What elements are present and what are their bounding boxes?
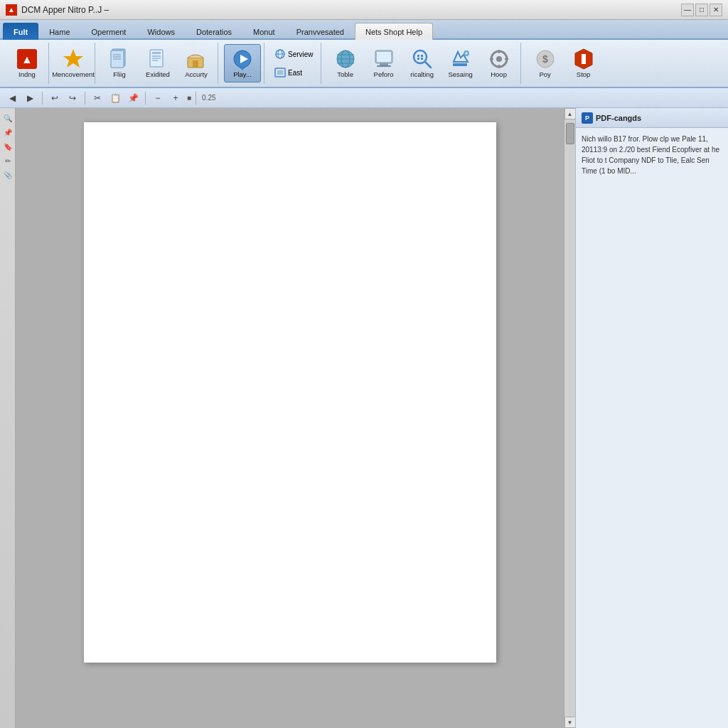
document-page	[84, 122, 496, 663]
tab-widows[interactable]: Widows	[136, 23, 186, 40]
copy-button[interactable]: 📋	[107, 90, 123, 106]
peforo-icon	[373, 48, 395, 70]
exidited-button[interactable]: Exidited	[139, 44, 176, 82]
fliig-label: Fliig	[113, 71, 125, 78]
sidebar-edit-icon[interactable]: ✏	[2, 155, 14, 166]
stop-icon	[572, 48, 595, 70]
svg-rect-35	[417, 55, 419, 57]
back-button[interactable]: ◀	[4, 90, 20, 106]
exidited-label: Exidited	[146, 71, 170, 78]
svg-rect-36	[421, 55, 423, 57]
divider-3	[145, 92, 146, 105]
right-panel: P PDF-cangds Nich willo B17 fror. Plow c…	[575, 108, 728, 728]
pdf-panel-icon: P	[582, 112, 593, 124]
group-mencovement: Mencovement	[52, 43, 95, 84]
group-serview: Serview East	[267, 43, 321, 84]
divider-4	[196, 92, 196, 105]
sidebar-attach-icon[interactable]: 📎	[2, 169, 14, 181]
sidebar-bookmark-icon[interactable]: 🔖	[2, 141, 14, 152]
divider-2	[85, 92, 85, 105]
window-title: DCM Apper Nitro P..J –	[21, 5, 109, 15]
play-icon	[231, 48, 254, 70]
fliig-button[interactable]: Fliig	[101, 44, 138, 82]
zoom-in-button[interactable]: +	[168, 90, 183, 106]
play-label: Play...	[233, 71, 252, 78]
ricalting-button[interactable]: ricalting	[404, 44, 441, 82]
sesaing-icon	[449, 48, 472, 70]
cut-button[interactable]: ✂	[90, 90, 105, 106]
left-sidebar: 🔍 📌 🔖 ✏ 📎	[0, 108, 16, 728]
title-bar: ▲ DCM Apper Nitro P..J – — □ ✕	[0, 0, 728, 20]
scroll-track[interactable]	[564, 119, 575, 717]
sidebar-pin-icon[interactable]: 📌	[2, 127, 14, 138]
forward-button[interactable]: ▶	[22, 90, 38, 106]
sesaing-button[interactable]: Sesaing	[442, 44, 479, 82]
tab-pranvvesated[interactable]: Pranvvesated	[286, 23, 355, 40]
svg-rect-14	[193, 60, 198, 68]
peforo-label: Peforo	[374, 71, 394, 78]
page-info: 0.25	[202, 94, 215, 102]
mencovement-button[interactable]: Mencovement	[55, 44, 92, 82]
fliig-icon	[108, 48, 131, 70]
svg-point-44	[496, 56, 502, 62]
minimize-button[interactable]: —	[681, 4, 694, 16]
svg-line-34	[425, 62, 431, 68]
east-label: East	[288, 69, 302, 77]
tab-nets-shopt-help[interactable]: Nets Shopt Help	[355, 23, 433, 40]
ricalting-label: ricalting	[410, 71, 434, 78]
svg-text:▲: ▲	[21, 53, 33, 65]
poy-button[interactable]: $ Poy	[527, 44, 564, 82]
group-tools: Toble Peforo	[324, 43, 521, 84]
hoop-icon	[488, 48, 510, 70]
divider-1	[42, 92, 43, 105]
window-controls[interactable]: — □ ✕	[681, 4, 722, 16]
right-panel-header: P PDF-cangds	[576, 108, 728, 128]
mencovement-icon	[62, 48, 85, 70]
group-play: Play...	[221, 43, 264, 84]
zoom-out-button[interactable]: −	[150, 90, 166, 106]
scroll-thumb[interactable]	[566, 123, 574, 144]
play-button[interactable]: Play...	[224, 44, 261, 82]
secondary-toolbar: ◀ ▶ ↩ ↪ ✂ 📋 📌 − + ■ 0.25	[0, 88, 728, 108]
stop-label: Stop	[577, 71, 591, 78]
serview-label: Serview	[288, 50, 314, 58]
group-poy-stop: $ Poy Stop	[524, 43, 605, 84]
svg-rect-30	[377, 52, 391, 62]
tab-hame[interactable]: Hame	[38, 23, 80, 40]
ribbon-tabs: Fult Hame Operment Widows Doteratios Mon…	[0, 20, 728, 40]
sesaing-label: Sesaing	[448, 71, 472, 78]
toble-button[interactable]: Toble	[327, 44, 364, 82]
svg-rect-37	[417, 58, 419, 60]
exidited-icon	[146, 48, 169, 70]
tab-doteratios[interactable]: Doteratios	[186, 23, 242, 40]
maximize-button[interactable]: □	[695, 4, 708, 16]
accurty-button[interactable]: Accurty	[178, 44, 215, 82]
east-button[interactable]: East	[270, 65, 306, 80]
zoom-label: ■	[187, 94, 191, 102]
scroll-up-button[interactable]: ▲	[564, 108, 576, 119]
indng-icon: ▲	[16, 48, 38, 70]
main-area: 🔍 📌 🔖 ✏ 📎 ▲ ▼ P PDF-cangds Nich willo B1…	[0, 108, 728, 728]
hoop-button[interactable]: Hoop	[481, 44, 518, 82]
svg-rect-39	[453, 63, 467, 66]
vertical-scrollbar[interactable]: ▲ ▼	[564, 108, 575, 728]
tab-operment[interactable]: Operment	[81, 23, 137, 40]
svg-rect-52	[582, 54, 586, 64]
peforo-button[interactable]: Peforo	[365, 44, 402, 82]
svg-rect-9	[152, 52, 161, 54]
scroll-down-button[interactable]: ▼	[564, 717, 576, 728]
close-button[interactable]: ✕	[710, 4, 722, 16]
stop-button[interactable]: Stop	[565, 44, 602, 82]
sidebar-search-icon[interactable]: 🔍	[2, 112, 14, 124]
document-area	[16, 108, 564, 728]
indng-button[interactable]: ▲ Indng	[9, 44, 46, 82]
right-panel-content: Nich willo B17 fror. Plow clp we Pale 11…	[576, 128, 728, 182]
tab-fult[interactable]: Fult	[3, 23, 38, 40]
paste-button[interactable]: 📌	[125, 90, 141, 106]
redo-button[interactable]: ↪	[65, 90, 80, 106]
svg-rect-38	[421, 58, 423, 60]
serview-button[interactable]: Serview	[270, 46, 318, 62]
toble-label: Toble	[337, 71, 353, 78]
tab-monut[interactable]: Monut	[242, 23, 286, 40]
undo-button[interactable]: ↩	[47, 90, 63, 106]
